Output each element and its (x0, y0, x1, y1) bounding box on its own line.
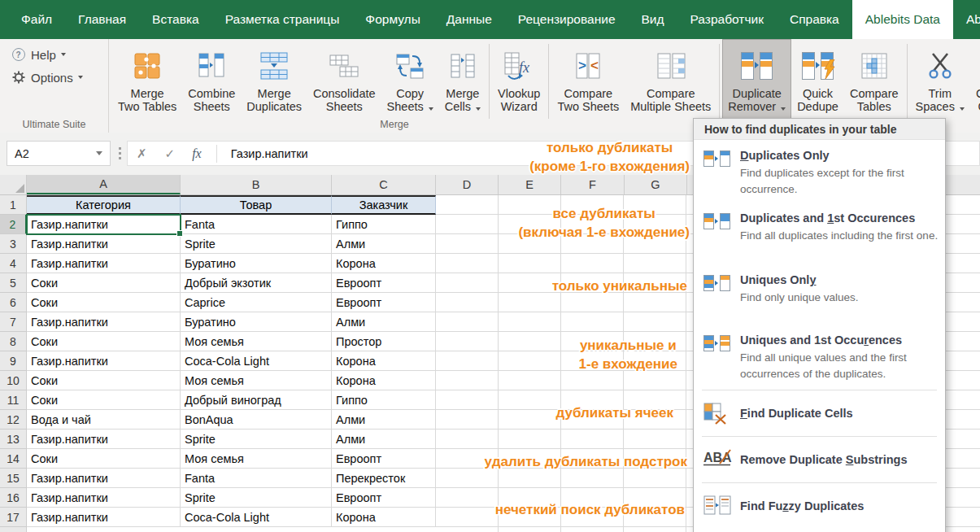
menu-item-duplicates-and-1st-occurences[interactable]: Duplicates and 1st Occurences Find all d… (694, 203, 945, 264)
cell[interactable]: Моя семья (181, 332, 332, 351)
cell[interactable]: Coca-Cola Light (181, 508, 332, 527)
column-header-b[interactable]: B (181, 175, 332, 194)
tab-help[interactable]: Справка (777, 0, 852, 39)
cell[interactable]: Газир.напитки (27, 254, 181, 273)
cell[interactable]: Sprite (181, 488, 332, 508)
row-header[interactable]: 15 (0, 469, 27, 488)
tab-ablebits-data[interactable]: Ablebits Data (852, 0, 953, 39)
cell[interactable]: Алми (332, 430, 436, 449)
row-header[interactable]: 5 (0, 273, 27, 293)
select-all-corner[interactable] (0, 175, 27, 194)
cell[interactable]: Газир.напитки (27, 312, 181, 332)
cell[interactable]: Гиппо (332, 215, 436, 234)
row-header[interactable]: 11 (0, 390, 27, 410)
change-case-button[interactable]: Aa Change Case (971, 41, 980, 113)
cell[interactable]: Евроопт (332, 293, 436, 312)
tab-insert[interactable]: Вставка (139, 0, 212, 39)
column-header-d[interactable]: D (436, 175, 499, 194)
compare-tables-button[interactable]: Compare Tables (845, 41, 904, 113)
tab-ablebits-tools[interactable]: Ablebits Tools (953, 0, 980, 39)
cell[interactable]: Соки (27, 332, 181, 351)
cell[interactable]: Товар (181, 195, 332, 215)
cell[interactable]: Газир.напитки (27, 234, 181, 254)
duplicate-remover-button[interactable]: Duplicate Remover (722, 39, 791, 130)
cell[interactable]: Газир.напитки (27, 430, 181, 449)
cell[interactable]: Соки (27, 449, 181, 469)
row-header[interactable]: 13 (0, 430, 27, 449)
formula-bar-grip[interactable] (119, 147, 121, 159)
tab-page-layout[interactable]: Разметка страницы (212, 0, 353, 39)
name-box-dropdown-icon[interactable] (96, 151, 102, 155)
row-header[interactable]: 10 (0, 371, 27, 390)
row-header[interactable]: 8 (0, 332, 27, 351)
trim-spaces-button[interactable]: Trim Spaces (911, 41, 969, 113)
copy-sheets-button[interactable]: Copy Sheets (382, 41, 438, 113)
merge-two-tables-button[interactable]: Merge Two Tables (113, 41, 181, 113)
cell[interactable]: Буратино (181, 254, 332, 273)
help-button[interactable]: ? Help (11, 46, 66, 63)
vlookup-wizard-button[interactable]: fx Vlookup Wizard (493, 41, 545, 113)
cell[interactable]: Корона (332, 508, 436, 527)
menu-item-find-fuzzy-duplicates[interactable]: Find Fuzzy Duplicates (694, 483, 945, 529)
menu-item-duplicates-only[interactable]: Duplicates Only Find duplicates except f… (694, 140, 945, 203)
cell[interactable]: Моя семья (181, 449, 332, 469)
compare-two-sheets-button[interactable]: >< Compare Two Sheets (552, 41, 624, 113)
column-header-g[interactable]: G (625, 175, 687, 194)
column-header-a[interactable]: A (27, 175, 181, 194)
cell[interactable]: Соки (27, 390, 181, 410)
tab-file[interactable]: Файл (8, 0, 65, 39)
cell[interactable]: Корона (332, 371, 436, 390)
consolidate-sheets-button[interactable]: Consolidate Sheets (308, 41, 381, 113)
cell[interactable]: Евроопт (332, 449, 436, 469)
insert-function-icon[interactable]: fx (184, 146, 210, 161)
formula-text[interactable]: Газир.напитки (224, 147, 308, 160)
row-header[interactable]: 1 (0, 195, 27, 215)
cell[interactable]: Алми (332, 234, 436, 254)
quick-dedupe-button[interactable]: Quick Dedupe (792, 41, 843, 113)
cell[interactable]: Простор (332, 332, 436, 351)
cell[interactable]: Добрый виноград (181, 390, 332, 410)
row-header[interactable]: 9 (0, 351, 27, 371)
cancel-icon[interactable]: ✗ (128, 146, 156, 161)
menu-item-uniques-only[interactable]: Uniques Only Find only unique values. (694, 264, 945, 325)
cell[interactable]: Евроопт (332, 273, 436, 293)
cell[interactable]: Евроопт (332, 488, 436, 508)
row-header[interactable]: 7 (0, 312, 27, 332)
merge-cells-button[interactable]: Merge Cells (440, 41, 486, 113)
row-header[interactable]: 17 (0, 508, 27, 527)
row-header[interactable]: 12 (0, 410, 27, 430)
cell[interactable]: Sprite (181, 430, 332, 449)
row-header[interactable]: 3 (0, 234, 27, 254)
cell[interactable]: Coca-Cola Light (181, 351, 332, 371)
enter-icon[interactable]: ✓ (156, 146, 185, 161)
options-button[interactable]: Options (11, 68, 83, 86)
tab-view[interactable]: Вид (629, 0, 677, 39)
cell[interactable]: Газир.напитки (27, 508, 181, 527)
combine-sheets-button[interactable]: Combine Sheets (183, 41, 240, 113)
cell[interactable]: Газир.напитки (27, 215, 181, 234)
menu-item-uniques-and-1st-occurences[interactable]: Uniques and 1st Occurences Find all uniq… (694, 325, 945, 390)
cell[interactable]: Моя семья (181, 371, 332, 390)
row-header[interactable]: 6 (0, 293, 27, 312)
row-header[interactable]: 2 (0, 215, 27, 234)
column-header-f[interactable]: F (561, 175, 625, 194)
cell[interactable]: Соки (27, 371, 181, 390)
cell[interactable]: Корона (332, 254, 436, 273)
cell[interactable]: Алми (332, 312, 436, 332)
tab-review[interactable]: Рецензирование (505, 0, 629, 39)
cell[interactable]: Алми (332, 410, 436, 430)
cell[interactable]: Корона (332, 351, 436, 371)
cell[interactable]: Caprice (181, 293, 332, 312)
merge-duplicates-button[interactable]: Merge Duplicates (242, 41, 307, 113)
name-box[interactable]: A2 (7, 141, 111, 166)
compare-multiple-sheets-button[interactable]: Compare Multiple Sheets (625, 41, 716, 113)
tab-formulas[interactable]: Формулы (352, 0, 433, 39)
cell[interactable]: Добрый экзотик (181, 273, 332, 293)
cell[interactable]: Соки (27, 293, 181, 312)
cell[interactable]: Буратино (181, 312, 332, 332)
row-header[interactable]: 4 (0, 254, 27, 273)
row-header[interactable]: 16 (0, 488, 27, 508)
menu-item-find-duplicate-cells[interactable]: Find Duplicate Cells (694, 390, 945, 436)
tab-developer[interactable]: Разработчик (677, 0, 777, 39)
cell[interactable]: Fanta (181, 215, 332, 234)
